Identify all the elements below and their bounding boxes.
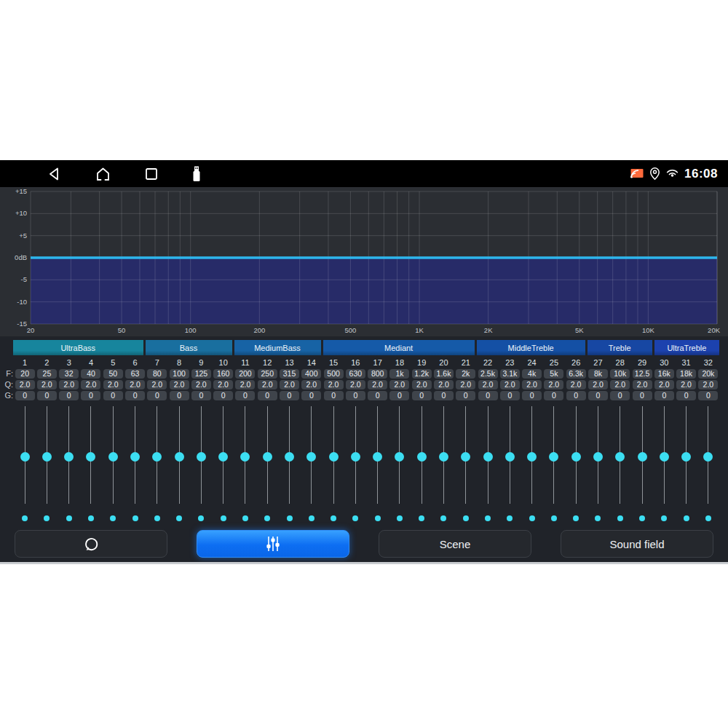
- slider-thumb[interactable]: [329, 452, 339, 462]
- gain-slider[interactable]: [323, 403, 344, 510]
- band-frequency-value[interactable]: 12.5: [633, 369, 652, 379]
- band-indicator-dot[interactable]: [198, 515, 204, 521]
- band-q-value[interactable]: 2.0: [456, 380, 475, 389]
- slider-thumb[interactable]: [152, 452, 162, 462]
- home-icon[interactable]: [95, 166, 111, 182]
- gain-slider[interactable]: [58, 403, 80, 510]
- band-gain-value[interactable]: 0: [301, 391, 321, 400]
- band-q-value[interactable]: 2.0: [280, 380, 299, 389]
- slider-thumb[interactable]: [240, 452, 250, 462]
- band-q-value[interactable]: 2.0: [698, 380, 718, 389]
- slider-thumb[interactable]: [108, 452, 118, 462]
- band-frequency-value[interactable]: 6.3k: [566, 369, 586, 379]
- band-indicator-dot[interactable]: [485, 515, 491, 521]
- slider-thumb[interactable]: [461, 452, 470, 462]
- slider-thumb[interactable]: [42, 452, 52, 462]
- gain-slider[interactable]: [367, 403, 389, 510]
- band-q-value[interactable]: 2.0: [81, 380, 100, 389]
- band-gain-value[interactable]: 0: [280, 391, 299, 400]
- gain-slider[interactable]: [389, 403, 411, 510]
- band-gain-value[interactable]: 0: [59, 391, 79, 400]
- band-indicator-dot[interactable]: [440, 515, 446, 521]
- slider-thumb[interactable]: [593, 452, 603, 462]
- slider-thumb[interactable]: [218, 452, 228, 462]
- band-q-value[interactable]: 2.0: [235, 380, 255, 389]
- band-gain-value[interactable]: 0: [15, 391, 35, 400]
- gain-slider[interactable]: [609, 403, 631, 510]
- band-q-value[interactable]: 2.0: [566, 380, 586, 389]
- gain-slider[interactable]: [190, 403, 212, 510]
- slider-thumb[interactable]: [351, 452, 360, 462]
- band-frequency-value[interactable]: 2k: [456, 369, 475, 379]
- band-frequency-value[interactable]: 50: [103, 369, 123, 379]
- band-indicator-dot[interactable]: [661, 515, 667, 521]
- gain-slider[interactable]: [102, 403, 124, 510]
- band-gain-value[interactable]: 0: [324, 391, 344, 400]
- band-frequency-value[interactable]: 40: [81, 369, 100, 379]
- slider-thumb[interactable]: [285, 452, 294, 462]
- band-q-value[interactable]: 2.0: [170, 380, 189, 389]
- back-icon[interactable]: [47, 166, 63, 182]
- band-gain-value[interactable]: 0: [170, 391, 189, 400]
- slider-thumb[interactable]: [703, 452, 713, 462]
- band-frequency-value[interactable]: 250: [258, 369, 277, 379]
- band-indicator-dot[interactable]: [154, 515, 160, 521]
- band-indicator-dot[interactable]: [66, 515, 72, 521]
- band-gain-value[interactable]: 0: [676, 391, 696, 400]
- sound-field-button[interactable]: Sound field: [561, 530, 713, 558]
- gain-slider[interactable]: [631, 403, 653, 510]
- band-frequency-value[interactable]: 500: [324, 369, 344, 379]
- band-indicator-dot[interactable]: [352, 515, 358, 521]
- band-q-value[interactable]: 2.0: [15, 380, 35, 389]
- band-indicator-dot[interactable]: [397, 515, 403, 521]
- band-q-value[interactable]: 2.0: [125, 380, 145, 389]
- band-indicator-dot[interactable]: [573, 515, 579, 521]
- usb-device-icon[interactable]: [191, 165, 202, 183]
- slider-thumb[interactable]: [549, 452, 558, 462]
- band-q-value[interactable]: 2.0: [500, 380, 520, 389]
- gain-slider[interactable]: [521, 403, 542, 510]
- gain-slider[interactable]: [234, 403, 256, 510]
- band-q-value[interactable]: 2.0: [147, 380, 167, 389]
- band-frequency-value[interactable]: 315: [280, 369, 299, 379]
- band-gain-value[interactable]: 0: [588, 391, 608, 400]
- band-indicator-dot[interactable]: [132, 515, 138, 521]
- gain-slider[interactable]: [432, 403, 454, 510]
- band-gain-value[interactable]: 0: [235, 391, 255, 400]
- gain-slider[interactable]: [301, 403, 323, 510]
- gain-slider[interactable]: [565, 403, 587, 510]
- slider-thumb[interactable]: [439, 452, 448, 462]
- band-frequency-value[interactable]: 5k: [544, 369, 563, 379]
- gain-slider[interactable]: [411, 403, 432, 510]
- band-indicator-dot[interactable]: [309, 515, 314, 521]
- band-indicator-dot[interactable]: [617, 515, 623, 521]
- band-indicator-dot[interactable]: [375, 515, 381, 521]
- band-indicator-dot[interactable]: [639, 515, 645, 521]
- band-gain-value[interactable]: 0: [610, 391, 630, 400]
- gain-slider[interactable]: [455, 403, 477, 510]
- band-q-value[interactable]: 2.0: [301, 380, 321, 389]
- gain-slider[interactable]: [256, 403, 278, 510]
- band-indicator-dot[interactable]: [705, 515, 711, 521]
- band-gain-value[interactable]: 0: [258, 391, 277, 400]
- band-gain-value[interactable]: 0: [346, 391, 365, 400]
- gain-slider[interactable]: [587, 403, 609, 510]
- gain-slider[interactable]: [697, 403, 719, 510]
- band-indicator-dot[interactable]: [551, 515, 557, 521]
- band-gain-value[interactable]: 0: [698, 391, 718, 400]
- band-indicator-dot[interactable]: [44, 515, 50, 521]
- band-frequency-value[interactable]: 32: [59, 369, 79, 379]
- band-gain-value[interactable]: 0: [544, 391, 563, 400]
- band-gain-value[interactable]: 0: [456, 391, 475, 400]
- band-frequency-value[interactable]: 100: [170, 369, 189, 379]
- band-gain-value[interactable]: 0: [37, 391, 57, 400]
- band-gain-value[interactable]: 0: [191, 391, 211, 400]
- band-q-value[interactable]: 2.0: [588, 380, 608, 389]
- slider-thumb[interactable]: [175, 452, 184, 462]
- slider-thumb[interactable]: [681, 452, 691, 462]
- gain-slider[interactable]: [543, 403, 565, 510]
- slider-thumb[interactable]: [130, 452, 140, 462]
- band-indicator-dot[interactable]: [88, 515, 94, 521]
- band-frequency-value[interactable]: 160: [213, 369, 233, 379]
- reset-button[interactable]: [15, 530, 167, 558]
